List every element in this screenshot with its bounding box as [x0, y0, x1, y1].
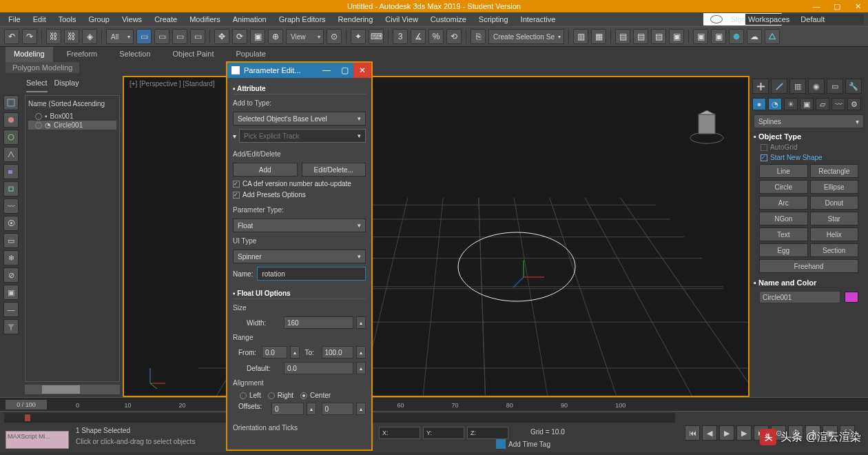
tab-modeling[interactable]: Modeling	[6, 47, 53, 62]
display-hidden-icon[interactable]: ⊘	[3, 267, 19, 283]
menu-modifiers[interactable]: Modifiers	[184, 14, 226, 25]
percent-snap-icon[interactable]: %	[428, 29, 444, 44]
paramtype-dropdown[interactable]: Float	[233, 219, 366, 232]
category-dropdown[interactable]: Splines	[754, 114, 864, 128]
prev-frame-icon[interactable]: ◀	[702, 425, 717, 441]
menu-create[interactable]: Create	[149, 14, 183, 25]
spacewarps-icon[interactable]: 〰	[831, 98, 845, 110]
angle-snap-icon[interactable]: ∡	[411, 29, 426, 44]
viewcube[interactable]	[686, 105, 727, 146]
dialog-minimize-icon[interactable]: —	[318, 63, 335, 78]
tab-selection[interactable]: Selection	[111, 47, 158, 62]
window-crossing-icon[interactable]: ▭	[190, 29, 205, 44]
rollout-name-color[interactable]: Name and Color	[754, 277, 864, 288]
next-frame-icon[interactable]: ▶	[736, 425, 752, 441]
btn-egg[interactable]: Egg	[759, 243, 808, 257]
to-spinner[interactable]: 100.0	[322, 346, 354, 358]
undo-icon[interactable]: ↶	[4, 29, 19, 44]
menu-grapheditors[interactable]: Graph Editors	[273, 14, 331, 25]
rollout-attribute[interactable]: Attribute	[233, 83, 366, 94]
create-tab-icon[interactable]	[752, 79, 769, 94]
spinner-snap-icon[interactable]: ⟲	[446, 29, 462, 44]
z-coord[interactable]: Z:	[467, 427, 508, 439]
pick-track-field[interactable]: Pick Explicit Track	[239, 129, 366, 143]
tab-objectpaint[interactable]: Object Paint	[165, 47, 223, 62]
timeline-track[interactable]: 0 10 20 30 40 50 60 70 80 90 100	[76, 399, 682, 410]
menu-edit[interactable]: Edit	[28, 14, 52, 25]
select-object-icon[interactable]: ▭	[136, 29, 152, 44]
helpers-icon[interactable]: ▱	[816, 98, 829, 110]
time-slider[interactable]: 0 / 100 0 10 20 30 40 50 60 70 80 90 100	[0, 397, 868, 411]
spinner-arrows-icon[interactable]: ▴	[356, 346, 366, 358]
spinner-arrows-icon[interactable]: ▴	[290, 346, 300, 358]
shapes-icon[interactable]: ◔	[768, 98, 782, 110]
dialog-maximize-icon[interactable]: ▢	[335, 63, 353, 78]
menu-group[interactable]: Group	[83, 14, 115, 25]
workspace-default[interactable]: Default	[798, 14, 827, 25]
render-prod-icon[interactable]	[765, 29, 780, 44]
layer-explorer-icon[interactable]: ▤	[615, 29, 630, 44]
display-all-icon[interactable]	[3, 95, 19, 110]
unlink-icon[interactable]: ⛓	[64, 29, 79, 44]
menu-interactive[interactable]: Interactive	[515, 14, 561, 25]
btn-ellipse[interactable]: Ellipse	[810, 180, 859, 194]
align-left-radio[interactable]: Left	[240, 392, 261, 399]
menu-scripting[interactable]: Scripting	[473, 14, 514, 25]
redo-icon[interactable]: ↷	[22, 29, 37, 44]
display-helpers-icon[interactable]	[3, 181, 19, 196]
geometry-icon[interactable]: ●	[752, 98, 766, 110]
btn-circle[interactable]: Circle	[759, 180, 808, 194]
filter-icon[interactable]	[3, 319, 19, 334]
display-spacewarps-icon[interactable]: 〰	[3, 199, 19, 214]
menu-animation[interactable]: Animation	[227, 14, 272, 25]
bind-icon[interactable]: ◈	[82, 29, 97, 44]
uitype-dropdown[interactable]: Spinner	[233, 250, 366, 263]
menu-civilview[interactable]: Civil View	[380, 14, 423, 25]
ca-auto-update-checkbox[interactable]: CA def version number auto-update	[233, 180, 366, 188]
spinner-arrows-icon[interactable]: ▴	[356, 316, 366, 329]
use-center-icon[interactable]: ⊙	[327, 29, 342, 44]
color-swatch[interactable]	[845, 292, 858, 303]
display-frozen-icon[interactable]: ❄	[3, 250, 19, 265]
display-groups-icon[interactable]: ▣	[3, 285, 19, 300]
x-coord[interactable]: X:	[379, 427, 420, 439]
minimize-icon[interactable]: —	[806, 0, 827, 12]
modify-tab-icon[interactable]	[771, 79, 787, 94]
render-frame-icon[interactable]: ▣	[711, 29, 726, 44]
tab-select[interactable]: Select	[26, 79, 48, 92]
named-selection[interactable]: Create Selection Se	[488, 29, 564, 44]
from-spinner[interactable]: 0.0	[262, 346, 287, 358]
add-time-tag[interactable]: Add Time Tag	[496, 439, 550, 449]
y-coord[interactable]: Y:	[423, 427, 464, 439]
display-lights-icon[interactable]	[3, 147, 19, 162]
btn-text[interactable]: Text	[759, 228, 808, 241]
viewport-perspective[interactable]: [+] [Perspective ] [Standard]	[123, 76, 750, 397]
btn-rectangle[interactable]: Rectangle	[810, 164, 859, 178]
place-icon[interactable]: ⊕	[268, 29, 283, 44]
schematic-view-icon[interactable]: ▤	[651, 29, 666, 44]
workspaces-label[interactable]: Workspaces	[745, 14, 792, 25]
rollout-object-type[interactable]: Object Type	[754, 131, 864, 142]
spinner-arrows-icon[interactable]: ▴	[356, 362, 366, 374]
edit-selection-icon[interactable]: ⎘	[471, 29, 486, 44]
systems-icon[interactable]: ⚙	[847, 98, 861, 110]
start-new-shape-checkbox[interactable]: Start New Shape	[754, 152, 864, 163]
tab-populate[interactable]: Populate	[227, 47, 273, 62]
rollout-float-options[interactable]: Float UI Options	[233, 288, 366, 299]
render-setup-icon[interactable]: ▣	[693, 29, 708, 44]
align-center-radio[interactable]: Center	[300, 392, 331, 399]
offset-y-spinner[interactable]: 0	[322, 403, 354, 415]
motion-tab-icon[interactable]: ◉	[808, 79, 825, 94]
display-containers-icon[interactable]: ▭	[3, 233, 19, 248]
object-tree[interactable]: Name (Sorted Ascending ▪ Box001 ◔ Circle…	[25, 95, 120, 382]
utilities-tab-icon[interactable]: 🔧	[845, 79, 862, 94]
mirror-icon[interactable]: ▥	[573, 29, 588, 44]
width-spinner[interactable]: 160	[284, 316, 353, 329]
dialog-close-icon[interactable]: ✕	[353, 63, 371, 78]
edit-delete-button[interactable]: Edit/Delete...	[302, 163, 366, 176]
move-icon[interactable]: ✥	[214, 29, 229, 44]
goto-start-icon[interactable]: ⏮	[685, 425, 700, 441]
align-right-radio[interactable]: Right	[268, 392, 293, 399]
menu-tools[interactable]: Tools	[53, 14, 82, 25]
addto-dropdown[interactable]: Selected Object's Base Level	[233, 112, 366, 125]
